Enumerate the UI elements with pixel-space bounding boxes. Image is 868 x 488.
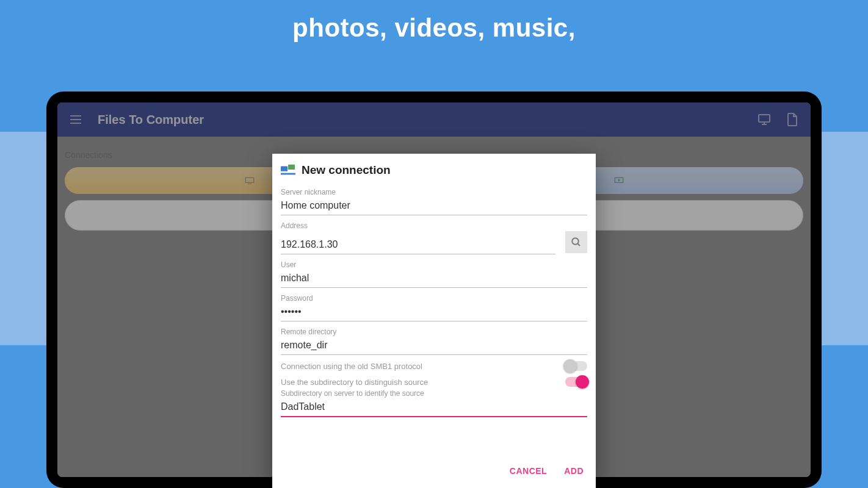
search-button[interactable]	[565, 231, 587, 253]
smb-toggle[interactable]	[565, 361, 587, 371]
user-input[interactable]	[281, 270, 587, 288]
hero-headline: photos, videos, music,	[0, 13, 868, 43]
subdir-hint: Subdirectory on server to identify the s…	[281, 389, 587, 398]
search-icon	[571, 237, 582, 248]
svg-point-14	[572, 238, 579, 245]
dialog-title: New connection	[302, 163, 391, 177]
svg-rect-12	[288, 165, 295, 170]
remote-dir-label: Remote directory	[281, 328, 587, 336]
new-connection-dialog: New connection Server nickname Address U…	[272, 154, 596, 488]
dialog-header: New connection	[281, 163, 587, 177]
svg-rect-13	[281, 173, 295, 175]
add-button[interactable]: ADD	[564, 466, 584, 476]
remote-dir-input[interactable]	[281, 337, 587, 355]
smb-toggle-row: Connection using the old SMB1 protocol	[281, 361, 587, 371]
nickname-label: Server nickname	[281, 188, 587, 196]
password-input[interactable]	[281, 304, 587, 321]
subdir-toggle-label: Use the subdirectory to distinguish sour…	[281, 378, 428, 387]
subdir-toggle[interactable]	[565, 377, 587, 387]
svg-line-15	[577, 243, 580, 246]
subdir-input[interactable]	[281, 399, 587, 417]
password-label: Password	[281, 294, 587, 303]
connection-icon	[281, 164, 295, 176]
user-label: User	[281, 260, 587, 269]
subdir-toggle-row: Use the subdirectory to distinguish sour…	[281, 377, 587, 387]
nickname-input[interactable]	[281, 198, 587, 215]
address-label: Address	[281, 221, 587, 230]
dialog-actions: CANCEL ADD	[281, 455, 587, 488]
svg-rect-11	[281, 167, 288, 171]
cancel-button[interactable]: CANCEL	[510, 466, 547, 476]
address-input[interactable]	[281, 237, 555, 254]
smb-toggle-label: Connection using the old SMB1 protocol	[281, 362, 422, 371]
